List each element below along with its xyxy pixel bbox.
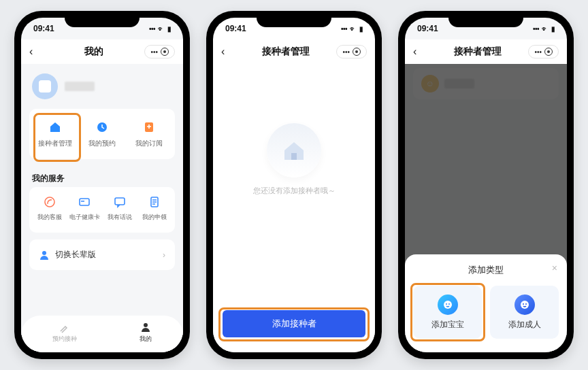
back-button[interactable]: ‹ (413, 46, 427, 58)
svg-rect-4 (81, 201, 84, 202)
empty-text: 您还没有添加接种者哦～ (253, 186, 336, 196)
bell-icon (142, 120, 157, 135)
target-icon[interactable] (161, 48, 169, 56)
avatar (32, 73, 58, 99)
header: ‹ 接种者管理 ••• (213, 39, 375, 64)
svc-health-card[interactable]: 电子健康卡 (67, 195, 101, 222)
header: ‹ 接种者管理 ••• (405, 39, 567, 64)
username-redacted (65, 82, 95, 91)
sheet-title: 添加类型 × (413, 264, 559, 276)
tile-my-subscriptions[interactable]: 我的订阅 (129, 120, 169, 148)
empty-state: 您还没有添加接种者哦～ (213, 64, 375, 254)
svc-support[interactable]: 我的客服 (33, 195, 67, 222)
doc-icon (148, 195, 161, 209)
card-icon (78, 195, 91, 209)
clock-icon (95, 120, 110, 135)
svg-point-14 (523, 303, 524, 305)
page-title: 接种者管理 (235, 46, 336, 58)
svg-rect-5 (115, 198, 125, 205)
baby-face-icon (438, 295, 458, 315)
person-icon (140, 321, 152, 333)
tab-bar: 预约接种 我的 (21, 316, 183, 352)
svg-point-10 (444, 301, 452, 309)
quick-tiles-card: 接种者管理 我的预约 我的订阅 (29, 109, 175, 159)
svg-point-15 (525, 303, 527, 305)
phone-vaccinee-manage: 09:41 ••• ᯤ ▮ ‹ 接种者管理 ••• 您还没有添加接种者哦～ 添加… (206, 11, 382, 359)
section-title-services: 我的服务 (21, 166, 183, 187)
svg-point-7 (42, 251, 46, 255)
tile-my-appointments[interactable]: 我的预约 (82, 120, 122, 148)
notch (448, 11, 523, 27)
person-icon (39, 250, 50, 260)
switch-elder-mode-row[interactable]: 切换长辈版 › (29, 239, 175, 270)
empty-house-icon (267, 123, 321, 178)
svg-point-8 (144, 323, 148, 327)
target-icon[interactable] (544, 48, 553, 56)
add-vaccinee-button[interactable]: 添加接种者 (223, 310, 365, 337)
target-icon[interactable] (353, 48, 361, 56)
close-icon[interactable]: × (552, 263, 557, 273)
back-button[interactable]: ‹ (29, 46, 43, 58)
mp-menu[interactable]: ••• (336, 45, 367, 58)
adult-face-icon (514, 295, 535, 315)
svg-rect-3 (80, 199, 89, 205)
phone-mine: 09:41 ••• ᯤ ▮ ‹ 我的 ••• 接种者管理 (14, 11, 190, 359)
svc-claim[interactable]: 我的申领 (137, 195, 172, 222)
status-time: 09:41 (417, 24, 438, 33)
svg-rect-9 (291, 153, 297, 160)
chevron-right-icon: › (163, 250, 165, 260)
svc-feedback[interactable]: 我有话说 (103, 195, 137, 222)
page-title: 接种者管理 (427, 46, 528, 58)
option-add-adult[interactable]: 添加成人 (490, 286, 559, 339)
svg-point-11 (446, 303, 447, 305)
profile-row[interactable] (21, 64, 183, 109)
mp-menu[interactable]: ••• (528, 45, 559, 58)
msg-icon (113, 195, 127, 209)
option-add-baby[interactable]: 添加宝宝 (413, 286, 482, 339)
syringe-icon (59, 321, 71, 333)
action-sheet: 添加类型 × 添加宝宝 添加成人 (405, 254, 567, 352)
house-icon (48, 120, 63, 135)
notch (257, 11, 331, 27)
status-time: 09:41 (33, 24, 54, 33)
tile-vaccinee-manage[interactable]: 接种者管理 (35, 120, 76, 148)
phone-add-type-sheet: 09:41 ••• ᯤ ▮ ‹ 接种者管理 ••• ☺ 添加类型 × (398, 11, 574, 359)
svg-point-12 (448, 303, 450, 305)
back-button[interactable]: ‹ (221, 46, 235, 58)
tab-mine[interactable]: 我的 (140, 321, 152, 343)
tab-appointment[interactable]: 预约接种 (52, 321, 77, 343)
status-time: 09:41 (225, 24, 246, 33)
page-title: 我的 (43, 46, 144, 58)
chat-icon (43, 195, 56, 209)
svg-point-2 (45, 197, 54, 207)
status-indicators: ••• ᯤ ▮ (149, 25, 171, 33)
services-card: 我的客服 电子健康卡 我有话说 我的申领 (29, 187, 175, 233)
svg-point-13 (521, 301, 529, 309)
mp-menu[interactable]: ••• (144, 45, 175, 58)
notch (65, 11, 140, 27)
header: ‹ 我的 ••• (21, 39, 183, 64)
